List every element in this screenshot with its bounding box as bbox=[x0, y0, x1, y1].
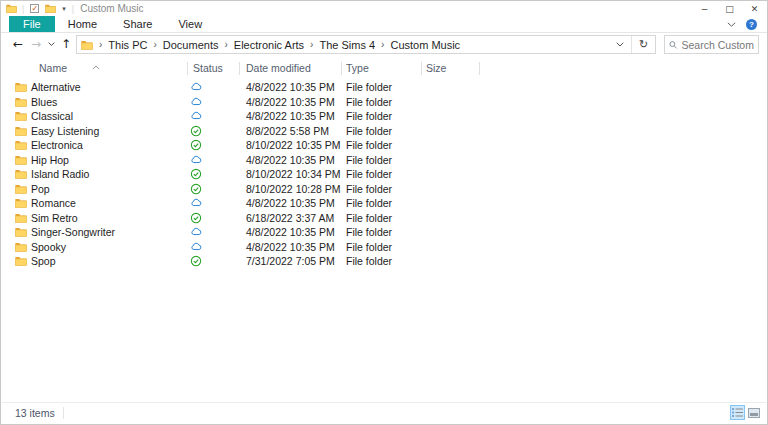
status-synced-icon bbox=[190, 183, 202, 195]
date-modified: 8/10/2022 10:34 PM bbox=[246, 167, 341, 182]
address-bar[interactable]: ›This PC ›Documents ›Electronic Arts ›Th… bbox=[76, 35, 656, 54]
ribbon-tab[interactable]: Share bbox=[110, 16, 165, 32]
up-button[interactable]: ↑ bbox=[57, 37, 75, 51]
details-view-icon bbox=[732, 407, 743, 418]
folder-icon bbox=[15, 242, 27, 252]
column-header-type[interactable]: Type bbox=[346, 58, 369, 79]
file-row[interactable]: Electronica 8/10/2022 10:35 PM File fold… bbox=[1, 138, 767, 153]
file-name[interactable]: Easy Listening bbox=[31, 124, 99, 139]
status-bar: 13 items bbox=[2, 402, 766, 422]
file-row[interactable]: Blues 4/8/2022 10:35 PM File folder bbox=[1, 95, 767, 110]
breadcrumb-item[interactable]: Documents bbox=[163, 39, 219, 51]
file-name[interactable]: Hip Hop bbox=[31, 153, 69, 168]
status-cloud-icon bbox=[190, 81, 202, 93]
file-row[interactable]: Singer-Songwriter 4/8/2022 10:35 PM File… bbox=[1, 225, 767, 240]
folder-icon bbox=[15, 111, 27, 121]
ribbon-tab-bar: File Home Share View ? bbox=[1, 16, 767, 33]
file-row[interactable]: Easy Listening 8/8/2022 5:58 PM File fol… bbox=[1, 124, 767, 139]
search-box[interactable] bbox=[664, 35, 759, 54]
ribbon-tab[interactable]: File bbox=[9, 16, 55, 32]
titlebar: | ✓ ▾ | Custom Music − □ ✕ bbox=[1, 1, 767, 16]
breadcrumb: ›This PC ›Documents ›Electronic Arts ›Th… bbox=[93, 39, 609, 51]
qat-new-folder-button[interactable] bbox=[42, 4, 59, 13]
file-name[interactable]: Spooky bbox=[31, 240, 66, 255]
date-modified: 8/10/2022 10:28 PM bbox=[246, 182, 341, 197]
ribbon-tab[interactable]: Home bbox=[55, 16, 110, 32]
breadcrumb-separator-icon: › bbox=[310, 39, 313, 50]
file-name[interactable]: Sim Retro bbox=[31, 211, 78, 226]
file-name[interactable]: Spop bbox=[31, 254, 56, 269]
file-name[interactable]: Romance bbox=[31, 196, 76, 211]
column-header-name[interactable]: Name bbox=[39, 58, 67, 79]
new-folder-icon bbox=[45, 4, 56, 13]
titlebar-separator: | bbox=[72, 4, 74, 14]
file-row[interactable]: Romance 4/8/2022 10:35 PM File folder bbox=[1, 196, 767, 211]
column-header-status[interactable]: Status bbox=[193, 58, 223, 79]
file-row[interactable]: Alternative 4/8/2022 10:35 PM File folde… bbox=[1, 80, 767, 95]
folder-icon bbox=[15, 155, 27, 165]
column-header-size[interactable]: Size bbox=[426, 58, 446, 79]
recent-locations-chevron-icon[interactable] bbox=[45, 42, 57, 46]
view-toggles bbox=[730, 405, 761, 420]
forward-button[interactable]: → bbox=[27, 37, 45, 51]
folder-icon bbox=[15, 140, 27, 150]
large-icons-view-button[interactable] bbox=[746, 405, 761, 420]
folder-icon bbox=[15, 169, 27, 179]
column-divider[interactable] bbox=[239, 62, 240, 75]
column-header-date-modified[interactable]: Date modified bbox=[246, 58, 311, 79]
address-dropdown-chevron-icon[interactable] bbox=[609, 42, 631, 47]
file-row[interactable]: Pop 8/10/2022 10:28 PM File folder bbox=[1, 182, 767, 197]
file-name[interactable]: Classical bbox=[31, 109, 73, 124]
file-name[interactable]: Electronica bbox=[31, 138, 83, 153]
date-modified: 4/8/2022 10:35 PM bbox=[246, 240, 335, 255]
expand-ribbon-chevron-icon[interactable] bbox=[727, 22, 736, 27]
qat-properties-button[interactable]: ✓ bbox=[27, 4, 42, 13]
breadcrumb-item[interactable]: Electronic Arts bbox=[234, 39, 304, 51]
file-name[interactable]: Alternative bbox=[31, 80, 81, 95]
file-name[interactable]: Singer-Songwriter bbox=[31, 225, 115, 240]
items-count: 13 items bbox=[15, 407, 55, 419]
column-divider[interactable] bbox=[341, 62, 342, 75]
file-row[interactable]: Spop 7/31/2022 7:05 PM File folder bbox=[1, 254, 767, 269]
date-modified: 4/8/2022 10:35 PM bbox=[246, 225, 335, 240]
ribbon-tab[interactable]: View bbox=[165, 16, 215, 32]
maximize-button[interactable]: □ bbox=[717, 1, 742, 16]
column-divider[interactable] bbox=[187, 62, 188, 75]
search-input[interactable] bbox=[682, 39, 754, 51]
status-synced-icon bbox=[190, 125, 202, 137]
date-modified: 4/8/2022 10:35 PM bbox=[246, 80, 335, 95]
file-list: Alternative 4/8/2022 10:35 PM File folde… bbox=[1, 80, 767, 269]
refresh-icon[interactable]: ↻ bbox=[631, 36, 655, 53]
file-row[interactable]: Hip Hop 4/8/2022 10:35 PM File folder bbox=[1, 153, 767, 168]
breadcrumb-item[interactable]: Custom Music bbox=[390, 39, 460, 51]
help-icon[interactable]: ? bbox=[746, 19, 757, 30]
file-row[interactable]: Spooky 4/8/2022 10:35 PM File folder bbox=[1, 240, 767, 255]
file-name[interactable]: Blues bbox=[31, 95, 57, 110]
file-type: File folder bbox=[346, 109, 392, 124]
details-view-button[interactable] bbox=[730, 405, 745, 420]
date-modified: 4/8/2022 10:35 PM bbox=[246, 153, 335, 168]
search-icon bbox=[669, 40, 678, 50]
qat-customize-dropdown[interactable]: ▾ bbox=[59, 5, 69, 13]
file-name[interactable]: Island Radio bbox=[31, 167, 89, 182]
status-cloud-icon bbox=[190, 110, 202, 122]
column-divider[interactable] bbox=[421, 62, 422, 75]
sort-ascending-icon bbox=[92, 60, 100, 72]
window-controls: − □ ✕ bbox=[692, 1, 767, 16]
breadcrumb-item[interactable]: The Sims 4 bbox=[319, 39, 375, 51]
close-button[interactable]: ✕ bbox=[742, 1, 767, 16]
file-name[interactable]: Pop bbox=[31, 182, 50, 197]
status-cloud-icon bbox=[190, 226, 202, 238]
file-row[interactable]: Sim Retro 6/18/2022 3:37 AM File folder bbox=[1, 211, 767, 226]
back-button[interactable]: ← bbox=[9, 37, 27, 51]
file-row[interactable]: Classical 4/8/2022 10:35 PM File folder bbox=[1, 109, 767, 124]
statusbar-divider bbox=[63, 407, 64, 419]
breadcrumb-item[interactable]: This PC bbox=[108, 39, 147, 51]
file-row[interactable]: Island Radio 8/10/2022 10:34 PM File fol… bbox=[1, 167, 767, 182]
folder-icon bbox=[15, 198, 27, 208]
minimize-button[interactable]: − bbox=[692, 1, 717, 16]
status-cloud-icon bbox=[190, 241, 202, 253]
column-divider[interactable] bbox=[479, 62, 480, 75]
status-cloud-icon bbox=[190, 96, 202, 108]
status-synced-icon bbox=[190, 168, 202, 180]
